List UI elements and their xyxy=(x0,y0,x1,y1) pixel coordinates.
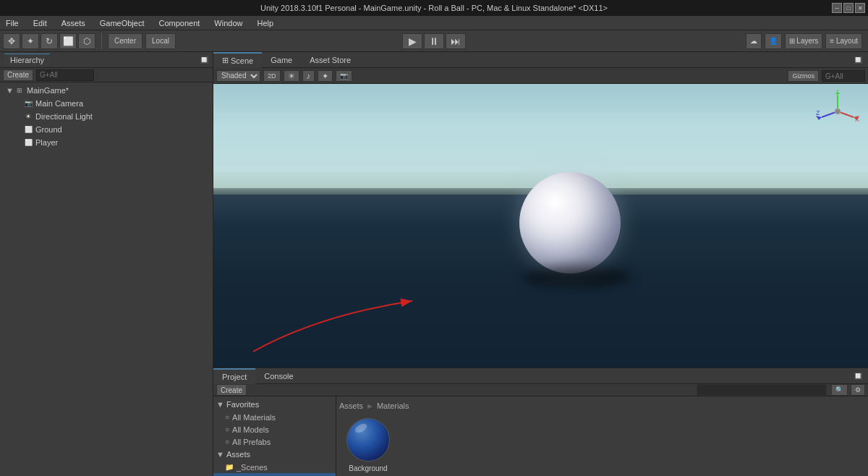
menu-item-window[interactable]: Window xyxy=(211,17,245,29)
sidebar-item-materials[interactable]: 📁 Materials xyxy=(213,473,336,476)
menu-item-component[interactable]: Component xyxy=(156,17,203,29)
sidebar-item-scenes[interactable]: 📁 _Scenes xyxy=(213,461,336,473)
bottom-tabs: Project Console 🔲 xyxy=(213,368,868,384)
search-button[interactable]: 🔍 xyxy=(831,384,848,396)
hierarchy-item-maingame[interactable]: ▼ ⊞ MainGame* xyxy=(0,84,213,97)
toolbar-separator-1 xyxy=(101,33,102,49)
move-tool[interactable]: ✦ xyxy=(22,33,39,49)
hierarchy-create-button[interactable]: Create xyxy=(3,69,33,81)
assets-tree-header[interactable]: ▼ Assets xyxy=(213,448,336,461)
rect-tool[interactable]: ⬡ xyxy=(78,33,95,49)
svg-text:Z: Z xyxy=(816,109,820,116)
material-item-background[interactable]: Background xyxy=(339,415,397,475)
audio-toggle[interactable]: ♪ xyxy=(302,70,315,82)
sidebar-item-all-materials[interactable]: ○ All Materials xyxy=(213,411,336,423)
tab-game[interactable]: Game xyxy=(262,52,301,68)
center-button[interactable]: Center xyxy=(108,33,142,49)
step-button[interactable]: ⏭ xyxy=(446,33,466,49)
hierarchy-search-input[interactable] xyxy=(36,69,94,81)
svg-text:Y: Y xyxy=(835,90,840,94)
hierarchy-item-ground[interactable]: ⬜ Ground xyxy=(0,123,213,136)
tab-hierarchy[interactable]: Hierarchy xyxy=(4,54,50,66)
menu-item-file[interactable]: File xyxy=(3,17,22,29)
assets-sidebar: ▼ Favorites ○ All Materials ○ All Models… xyxy=(213,396,336,476)
scene-panel-minimize[interactable]: 🔲 xyxy=(854,56,862,64)
sidebar-item-all-prefabs[interactable]: ○ All Prefabs xyxy=(213,435,336,448)
project-minimize[interactable]: 🔲 xyxy=(854,372,862,380)
tab-project[interactable]: Project xyxy=(213,368,255,384)
maximize-button[interactable]: □ xyxy=(843,3,854,13)
local-button[interactable]: Local xyxy=(145,33,176,49)
menu-item-assets[interactable]: Assets xyxy=(59,17,88,29)
2d-toggle-button[interactable]: 2D xyxy=(263,70,281,82)
collab-button[interactable]: ☁ xyxy=(746,33,762,49)
hierarchy-toolbar: Create xyxy=(0,68,213,82)
material-thumbnail-background xyxy=(346,418,390,462)
material-label-background: Background xyxy=(349,464,387,472)
camera-icon-btn[interactable]: 📷 xyxy=(336,70,352,82)
menu-item-gameobject[interactable]: GameObject xyxy=(97,17,148,29)
scene-tabs: ⊞ Scene Game Asset Store 🔲 xyxy=(213,52,868,68)
all-prefabs-icon: ○ xyxy=(225,438,229,446)
scene-canvas[interactable]: X Y Z Flythrough xyxy=(213,84,868,367)
play-button[interactable]: ▶ xyxy=(402,33,422,49)
assets-main: Assets ► Materials Background xyxy=(336,396,868,476)
scene-icon-tab: ⊞ xyxy=(222,56,229,65)
menu-item-edit[interactable]: Edit xyxy=(30,17,50,29)
gizmos-search-input[interactable] xyxy=(822,70,865,82)
all-prefabs-label: All Prefabs xyxy=(232,438,271,446)
project-search-input[interactable] xyxy=(697,384,827,396)
player-ball-object xyxy=(519,172,621,273)
breadcrumb-materials[interactable]: Materials xyxy=(377,401,409,410)
scene-icon: ⊞ xyxy=(14,85,25,95)
hierarchy-item-player[interactable]: ⬜ Player xyxy=(0,136,213,149)
favorites-header[interactable]: ▼ Favorites xyxy=(213,398,336,411)
scenes-folder-icon: 📁 xyxy=(225,463,234,471)
title-bar: Unity 2018.3.10f1 Personal - MainGame.un… xyxy=(0,0,868,16)
tab-asset-store[interactable]: Asset Store xyxy=(301,52,359,68)
rotate-tool[interactable]: ↻ xyxy=(41,33,58,49)
play-controls: ▶ ⏸ ⏭ xyxy=(402,33,466,49)
effects-toggle[interactable]: ✦ xyxy=(318,70,333,82)
minimize-button[interactable]: ─ xyxy=(832,3,842,13)
project-create-button[interactable]: Create xyxy=(216,384,247,396)
breadcrumb-assets[interactable]: Assets xyxy=(339,401,363,410)
shading-mode-select[interactable]: Shaded xyxy=(216,70,260,82)
camera-icon: 📷 xyxy=(23,98,33,109)
scenes-label: _Scenes xyxy=(237,463,268,472)
all-models-icon: ○ xyxy=(225,425,229,433)
tab-scene[interactable]: ⊞ Scene xyxy=(213,52,262,68)
layout-button[interactable]: ≡ Layout xyxy=(825,33,862,49)
hierarchy-header: Hierarchy 🔲 xyxy=(0,52,213,68)
hierarchy-item-directionallight[interactable]: ☀ Directional Light xyxy=(0,110,213,123)
window-controls: ─ □ ✕ xyxy=(832,3,865,13)
hierarchy-item-maincamera[interactable]: 📷 Main Camera xyxy=(0,97,213,110)
project-settings-button[interactable]: ⚙ xyxy=(851,384,865,396)
all-materials-icon: ○ xyxy=(225,413,229,421)
right-area: ⊞ Scene Game Asset Store 🔲 Shaded 2D ☀ ♪… xyxy=(213,52,868,476)
hierarchy-item-maingame-label: MainGame* xyxy=(27,86,69,95)
bottom-content: ▼ Favorites ○ All Materials ○ All Models… xyxy=(213,396,868,476)
axis-gizmo[interactable]: X Y Z xyxy=(816,90,859,133)
window-title: Unity 2018.3.10f1 Personal - MainGame.un… xyxy=(260,4,608,12)
bottom-panel: Project Console 🔲 Create 🔍 ⚙ ▼ Favorites xyxy=(213,367,868,476)
hand-tool[interactable]: ✥ xyxy=(3,33,20,49)
tab-console[interactable]: Console xyxy=(255,368,302,384)
main-toolbar: ✥ ✦ ↻ ⬜ ⬡ Center Local ▶ ⏸ ⏭ ☁ 👤 ⊞ Layer… xyxy=(0,30,868,52)
favorites-label: Favorites xyxy=(226,400,259,409)
gizmos-button[interactable]: Gizmos xyxy=(788,70,819,82)
account-button[interactable]: 👤 xyxy=(765,33,782,49)
lighting-toggle[interactable]: ☀ xyxy=(284,70,299,82)
assets-arrow-icon: ▼ xyxy=(216,450,224,459)
layers-button[interactable]: ⊞ Layers xyxy=(785,33,823,49)
close-button[interactable]: ✕ xyxy=(855,3,865,13)
arrow-icon: ▼ xyxy=(6,86,14,95)
scale-tool[interactable]: ⬜ xyxy=(59,33,77,49)
sidebar-item-all-models[interactable]: ○ All Models xyxy=(213,423,336,435)
hierarchy-tree: ▼ ⊞ MainGame* 📷 Main Camera ☀ Directiona… xyxy=(0,82,213,476)
svg-text:X: X xyxy=(855,116,859,123)
pause-button[interactable]: ⏸ xyxy=(424,33,444,49)
menu-item-help[interactable]: Help xyxy=(254,17,276,29)
ground-icon: ⬜ xyxy=(23,124,33,135)
hierarchy-minimize[interactable]: 🔲 xyxy=(200,56,208,64)
